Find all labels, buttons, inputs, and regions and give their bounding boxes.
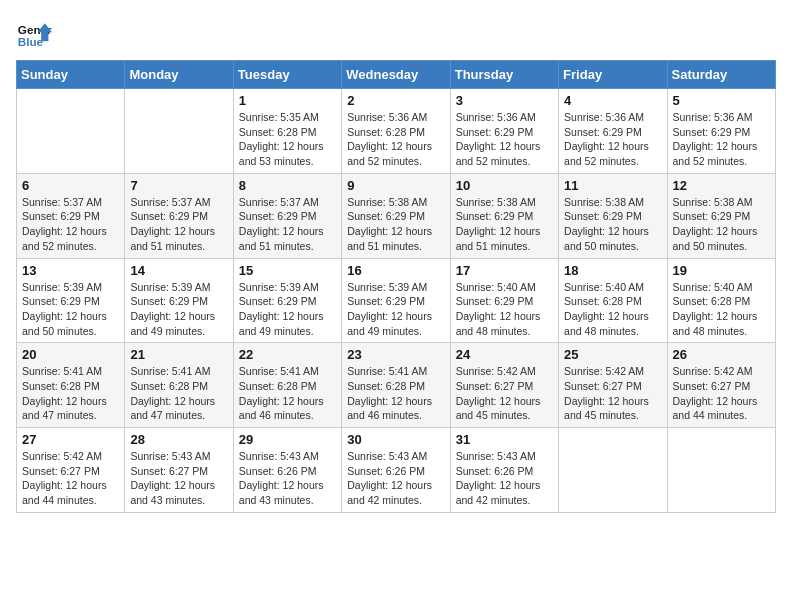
day-info: Sunrise: 5:42 AM Sunset: 6:27 PM Dayligh… — [22, 449, 119, 508]
day-number: 15 — [239, 263, 336, 278]
day-info: Sunrise: 5:40 AM Sunset: 6:29 PM Dayligh… — [456, 280, 553, 339]
day-number: 6 — [22, 178, 119, 193]
calendar-cell: 14Sunrise: 5:39 AM Sunset: 6:29 PM Dayli… — [125, 258, 233, 343]
calendar-cell: 25Sunrise: 5:42 AM Sunset: 6:27 PM Dayli… — [559, 343, 667, 428]
calendar-cell: 11Sunrise: 5:38 AM Sunset: 6:29 PM Dayli… — [559, 173, 667, 258]
day-number: 14 — [130, 263, 227, 278]
day-info: Sunrise: 5:36 AM Sunset: 6:29 PM Dayligh… — [673, 110, 770, 169]
day-info: Sunrise: 5:40 AM Sunset: 6:28 PM Dayligh… — [564, 280, 661, 339]
day-number: 7 — [130, 178, 227, 193]
calendar-table: SundayMondayTuesdayWednesdayThursdayFrid… — [16, 60, 776, 513]
day-info: Sunrise: 5:42 AM Sunset: 6:27 PM Dayligh… — [673, 364, 770, 423]
day-info: Sunrise: 5:41 AM Sunset: 6:28 PM Dayligh… — [347, 364, 444, 423]
day-info: Sunrise: 5:43 AM Sunset: 6:26 PM Dayligh… — [456, 449, 553, 508]
calendar-week-row: 6Sunrise: 5:37 AM Sunset: 6:29 PM Daylig… — [17, 173, 776, 258]
calendar-cell — [125, 89, 233, 174]
day-number: 19 — [673, 263, 770, 278]
calendar-cell: 2Sunrise: 5:36 AM Sunset: 6:28 PM Daylig… — [342, 89, 450, 174]
day-info: Sunrise: 5:39 AM Sunset: 6:29 PM Dayligh… — [347, 280, 444, 339]
day-info: Sunrise: 5:42 AM Sunset: 6:27 PM Dayligh… — [456, 364, 553, 423]
calendar-cell: 6Sunrise: 5:37 AM Sunset: 6:29 PM Daylig… — [17, 173, 125, 258]
day-number: 1 — [239, 93, 336, 108]
day-number: 18 — [564, 263, 661, 278]
day-number: 26 — [673, 347, 770, 362]
day-info: Sunrise: 5:39 AM Sunset: 6:29 PM Dayligh… — [130, 280, 227, 339]
calendar-week-row: 13Sunrise: 5:39 AM Sunset: 6:29 PM Dayli… — [17, 258, 776, 343]
day-info: Sunrise: 5:41 AM Sunset: 6:28 PM Dayligh… — [239, 364, 336, 423]
day-info: Sunrise: 5:43 AM Sunset: 6:26 PM Dayligh… — [239, 449, 336, 508]
day-number: 5 — [673, 93, 770, 108]
calendar-cell: 24Sunrise: 5:42 AM Sunset: 6:27 PM Dayli… — [450, 343, 558, 428]
calendar-week-row: 27Sunrise: 5:42 AM Sunset: 6:27 PM Dayli… — [17, 428, 776, 513]
calendar-cell: 18Sunrise: 5:40 AM Sunset: 6:28 PM Dayli… — [559, 258, 667, 343]
calendar-cell: 9Sunrise: 5:38 AM Sunset: 6:29 PM Daylig… — [342, 173, 450, 258]
day-number: 23 — [347, 347, 444, 362]
svg-text:Blue: Blue — [18, 35, 44, 48]
day-info: Sunrise: 5:37 AM Sunset: 6:29 PM Dayligh… — [22, 195, 119, 254]
calendar-cell: 29Sunrise: 5:43 AM Sunset: 6:26 PM Dayli… — [233, 428, 341, 513]
day-header-friday: Friday — [559, 61, 667, 89]
day-info: Sunrise: 5:40 AM Sunset: 6:28 PM Dayligh… — [673, 280, 770, 339]
calendar-cell: 12Sunrise: 5:38 AM Sunset: 6:29 PM Dayli… — [667, 173, 775, 258]
day-info: Sunrise: 5:39 AM Sunset: 6:29 PM Dayligh… — [239, 280, 336, 339]
day-number: 9 — [347, 178, 444, 193]
calendar-cell: 28Sunrise: 5:43 AM Sunset: 6:27 PM Dayli… — [125, 428, 233, 513]
calendar-cell: 4Sunrise: 5:36 AM Sunset: 6:29 PM Daylig… — [559, 89, 667, 174]
day-number: 25 — [564, 347, 661, 362]
calendar-cell: 15Sunrise: 5:39 AM Sunset: 6:29 PM Dayli… — [233, 258, 341, 343]
calendar-cell: 10Sunrise: 5:38 AM Sunset: 6:29 PM Dayli… — [450, 173, 558, 258]
day-number: 24 — [456, 347, 553, 362]
day-info: Sunrise: 5:42 AM Sunset: 6:27 PM Dayligh… — [564, 364, 661, 423]
day-number: 13 — [22, 263, 119, 278]
calendar-cell: 3Sunrise: 5:36 AM Sunset: 6:29 PM Daylig… — [450, 89, 558, 174]
page-header: General Blue — [16, 16, 776, 52]
day-info: Sunrise: 5:41 AM Sunset: 6:28 PM Dayligh… — [130, 364, 227, 423]
calendar-week-row: 20Sunrise: 5:41 AM Sunset: 6:28 PM Dayli… — [17, 343, 776, 428]
calendar-cell: 27Sunrise: 5:42 AM Sunset: 6:27 PM Dayli… — [17, 428, 125, 513]
calendar-cell: 17Sunrise: 5:40 AM Sunset: 6:29 PM Dayli… — [450, 258, 558, 343]
calendar-header-row: SundayMondayTuesdayWednesdayThursdayFrid… — [17, 61, 776, 89]
day-header-sunday: Sunday — [17, 61, 125, 89]
calendar-cell — [667, 428, 775, 513]
logo-icon: General Blue — [16, 16, 52, 52]
calendar-cell: 30Sunrise: 5:43 AM Sunset: 6:26 PM Dayli… — [342, 428, 450, 513]
day-number: 22 — [239, 347, 336, 362]
calendar-cell: 31Sunrise: 5:43 AM Sunset: 6:26 PM Dayli… — [450, 428, 558, 513]
day-info: Sunrise: 5:37 AM Sunset: 6:29 PM Dayligh… — [239, 195, 336, 254]
day-info: Sunrise: 5:36 AM Sunset: 6:28 PM Dayligh… — [347, 110, 444, 169]
calendar-cell: 20Sunrise: 5:41 AM Sunset: 6:28 PM Dayli… — [17, 343, 125, 428]
day-info: Sunrise: 5:38 AM Sunset: 6:29 PM Dayligh… — [347, 195, 444, 254]
day-info: Sunrise: 5:39 AM Sunset: 6:29 PM Dayligh… — [22, 280, 119, 339]
calendar-cell: 26Sunrise: 5:42 AM Sunset: 6:27 PM Dayli… — [667, 343, 775, 428]
calendar-cell: 13Sunrise: 5:39 AM Sunset: 6:29 PM Dayli… — [17, 258, 125, 343]
day-number: 17 — [456, 263, 553, 278]
day-number: 10 — [456, 178, 553, 193]
day-number: 20 — [22, 347, 119, 362]
calendar-cell: 8Sunrise: 5:37 AM Sunset: 6:29 PM Daylig… — [233, 173, 341, 258]
calendar-cell: 22Sunrise: 5:41 AM Sunset: 6:28 PM Dayli… — [233, 343, 341, 428]
day-info: Sunrise: 5:36 AM Sunset: 6:29 PM Dayligh… — [456, 110, 553, 169]
day-number: 31 — [456, 432, 553, 447]
day-number: 4 — [564, 93, 661, 108]
day-info: Sunrise: 5:43 AM Sunset: 6:27 PM Dayligh… — [130, 449, 227, 508]
day-number: 29 — [239, 432, 336, 447]
day-info: Sunrise: 5:38 AM Sunset: 6:29 PM Dayligh… — [673, 195, 770, 254]
day-header-monday: Monday — [125, 61, 233, 89]
day-info: Sunrise: 5:41 AM Sunset: 6:28 PM Dayligh… — [22, 364, 119, 423]
day-number: 30 — [347, 432, 444, 447]
calendar-cell: 23Sunrise: 5:41 AM Sunset: 6:28 PM Dayli… — [342, 343, 450, 428]
calendar-cell — [559, 428, 667, 513]
calendar-cell: 7Sunrise: 5:37 AM Sunset: 6:29 PM Daylig… — [125, 173, 233, 258]
calendar-cell: 1Sunrise: 5:35 AM Sunset: 6:28 PM Daylig… — [233, 89, 341, 174]
day-info: Sunrise: 5:43 AM Sunset: 6:26 PM Dayligh… — [347, 449, 444, 508]
day-number: 21 — [130, 347, 227, 362]
calendar-cell: 16Sunrise: 5:39 AM Sunset: 6:29 PM Dayli… — [342, 258, 450, 343]
calendar-cell — [17, 89, 125, 174]
calendar-cell: 5Sunrise: 5:36 AM Sunset: 6:29 PM Daylig… — [667, 89, 775, 174]
day-info: Sunrise: 5:37 AM Sunset: 6:29 PM Dayligh… — [130, 195, 227, 254]
day-header-saturday: Saturday — [667, 61, 775, 89]
calendar-week-row: 1Sunrise: 5:35 AM Sunset: 6:28 PM Daylig… — [17, 89, 776, 174]
day-info: Sunrise: 5:38 AM Sunset: 6:29 PM Dayligh… — [564, 195, 661, 254]
day-number: 28 — [130, 432, 227, 447]
calendar-cell: 21Sunrise: 5:41 AM Sunset: 6:28 PM Dayli… — [125, 343, 233, 428]
